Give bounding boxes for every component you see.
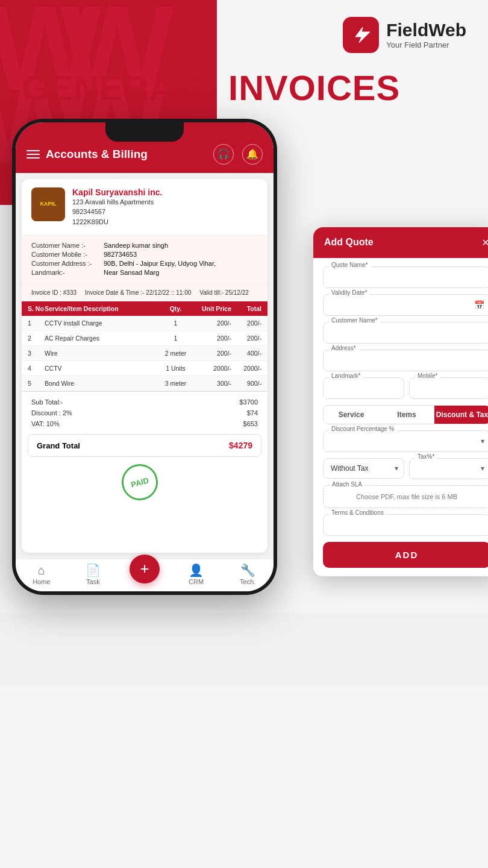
table-row: 4 CCTV 1 Units 2000/- 2000/- — [22, 361, 267, 376]
tax-row: Without Tax With Tax Tax%* — [323, 458, 488, 479]
bell-icon[interactable]: 🔔 — [242, 144, 263, 165]
attach-sla-label: Attach SLA — [330, 481, 364, 488]
customer-name-label: Customer Name* — [329, 317, 380, 324]
tax-percent-field: Tax%* — [409, 458, 488, 479]
phone-dialog-area: Accounts & Billing 🎧 🔔 KAPIL — [0, 119, 488, 613]
home-icon: ⌂ — [38, 564, 45, 576]
customer-address-label: Customer Address :- — [31, 260, 104, 267]
company-name: Kapil Suryavanshi inc. — [72, 187, 258, 197]
table-row: 5 Bond Wire 3 meter 300/- 900/- — [22, 376, 267, 391]
crm-icon: 👤 — [189, 564, 204, 576]
invoice-id: Invoice ID : #333 — [31, 289, 77, 296]
task-icon: 📄 — [86, 564, 101, 576]
tax-percent-select[interactable] — [409, 458, 488, 479]
address-input[interactable] — [323, 350, 488, 371]
attach-sla-hint[interactable]: Choose PDF, max file size is 6 MB — [331, 493, 483, 500]
items-table: S. No Service/Item Description Qty. Unit… — [22, 301, 267, 391]
grand-total-section: Grand Total $4279 — [28, 434, 261, 457]
quote-name-field: Quote Name* — [323, 266, 488, 288]
validity-date-label: Validity Date* — [329, 289, 369, 296]
dialog-title: Add Quote — [324, 237, 374, 248]
terms-field: Terms & Conditions — [323, 514, 488, 536]
customer-mobile-label: Customer Mobile :- — [31, 251, 104, 258]
company-logo-text: KAPIL — [40, 201, 57, 207]
customer-address-row: Customer Address :- 90B, Delhi - Jaipur … — [31, 260, 258, 267]
customer-name-row: Customer Name :- Sandeep kumar singh — [31, 242, 258, 249]
customer-name-input[interactable] — [323, 322, 488, 344]
add-quote-dialog: Add Quote × Quote Name* Validity Date* 📅… — [313, 227, 488, 576]
without-tax-select[interactable]: Without Tax With Tax — [323, 458, 404, 479]
headline-area: GENERATE INVOICES — [0, 53, 488, 113]
landmark-mobile-row: Landmark* Mobile* — [323, 377, 488, 399]
customer-mobile-row: Customer Mobile :- 982734653 — [31, 251, 258, 258]
vat-row: VAT: 10% $653 — [31, 418, 258, 429]
company-info: Kapil Suryavanshi inc. 123 Aravali hills… — [72, 187, 258, 227]
table-row: 3 Wire 2 meter 200/- 400/- — [22, 346, 267, 361]
tab-items[interactable]: Items — [379, 406, 434, 424]
mobile-field: Mobile* — [409, 377, 488, 399]
nav-tech-label: Tech. — [240, 578, 255, 585]
customer-info: Customer Name :- Sandeep kumar singh Cus… — [22, 236, 267, 285]
logo-text-block: FieldWeb Your Field Partner — [386, 21, 466, 49]
add-button[interactable]: ADD — [323, 542, 488, 568]
customer-landmark-value: Near Sansad Marg — [104, 269, 258, 276]
discount-label: Discount Percentage % — [329, 426, 397, 432]
nav-task-label: Task — [86, 578, 100, 585]
company-logo: KAPIL — [31, 187, 65, 221]
terms-label: Terms & Conditions — [329, 509, 386, 516]
headset-icon[interactable]: 🎧 — [213, 144, 234, 165]
customer-name-value: Sandeep kumar singh — [104, 242, 258, 249]
table-row: 1 CCTV install Charge 1 200/- 200/- — [22, 316, 267, 331]
discount-label: Discount : 2% — [31, 409, 72, 417]
customer-landmark-row: Landmark:- Near Sansad Marg — [31, 269, 258, 276]
app-title: Accounts & Billing — [46, 148, 148, 161]
validity-date-input[interactable] — [323, 294, 488, 316]
nav-tech[interactable]: 🔧 Tech. — [233, 564, 263, 585]
brand-tagline: Your Field Partner — [386, 40, 466, 49]
dialog-header: Add Quote × — [313, 227, 488, 258]
phone-notch — [105, 122, 184, 142]
header: FieldWeb Your Field Partner — [0, 0, 488, 53]
nav-task[interactable]: 📄 Task — [78, 564, 108, 585]
calendar-icon: 📅 — [474, 300, 484, 310]
subtotal-label: Sub Total:- — [31, 398, 63, 406]
dialog-body: Quote Name* Validity Date* 📅 Customer Na… — [313, 258, 488, 576]
customer-mobile-value: 982734653 — [104, 251, 258, 258]
table-row: 2 AC Repair Charges 1 200/- 200/- — [22, 331, 267, 346]
col-header-sno: S. No — [28, 305, 45, 312]
brand-name: FieldWeb — [386, 21, 466, 39]
tax-label: Tax%* — [415, 453, 437, 460]
logo: FieldWeb Your Field Partner — [343, 17, 466, 53]
grand-total-label: Grand Total — [37, 441, 80, 450]
nav-crm-label: CRM — [189, 578, 204, 585]
app-bar-left: Accounts & Billing — [27, 148, 148, 161]
tech-icon: 🔧 — [240, 564, 255, 576]
discount-select[interactable] — [323, 430, 488, 452]
dialog-close-button[interactable]: × — [482, 236, 488, 250]
quote-name-input[interactable] — [323, 266, 488, 288]
nav-crm[interactable]: 👤 CRM — [181, 564, 211, 585]
phone-inner: Accounts & Billing 🎧 🔔 KAPIL — [16, 122, 274, 591]
tab-discount-tax[interactable]: Discount & Tax — [434, 406, 488, 424]
col-header-qty: Qty. — [159, 305, 192, 312]
company-address: 123 Aravali hills Apartments — [72, 197, 258, 207]
discount-row: Discount : 2% $74 — [31, 407, 258, 418]
mobile-input[interactable] — [409, 377, 488, 399]
page-headline: GENERATE INVOICES — [22, 70, 466, 107]
terms-input[interactable] — [323, 514, 488, 536]
vat-value: $653 — [243, 420, 258, 427]
landmark-input[interactable] — [323, 377, 404, 399]
company-header: KAPIL Kapil Suryavanshi inc. 123 Aravali… — [22, 179, 267, 236]
tab-service[interactable]: Service — [324, 406, 379, 424]
nav-home[interactable]: ⌂ Home — [27, 564, 57, 585]
phone-screen: Accounts & Billing 🎧 🔔 KAPIL — [16, 122, 274, 591]
app-bar-right: 🎧 🔔 — [213, 144, 263, 165]
mobile-label: Mobile* — [415, 373, 440, 379]
nav-add-button[interactable]: + — [130, 555, 160, 583]
hamburger-icon[interactable] — [27, 150, 40, 159]
plus-icon: + — [140, 559, 149, 578]
customer-address-value: 90B, Delhi - Jaipur Expy, Udyog Vihar, — [104, 260, 258, 267]
grand-total-value: $4279 — [229, 441, 252, 450]
invoice-card: KAPIL Kapil Suryavanshi inc. 123 Aravali… — [22, 179, 267, 553]
address-label: Address* — [329, 345, 358, 351]
